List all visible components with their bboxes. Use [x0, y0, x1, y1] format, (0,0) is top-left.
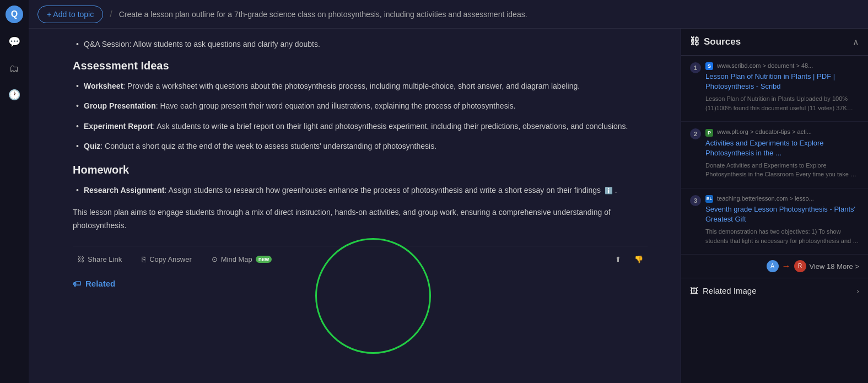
related-image-title: 🖼 Related Image: [690, 286, 757, 295]
copy-answer-label: Copy Answer: [149, 255, 192, 263]
source-meta-2: P www.plt.org > educator-tips > acti...: [705, 128, 859, 136]
arrow-icon: →: [782, 261, 791, 271]
main-content: Q&A Session: Allow students to ask quest…: [29, 29, 681, 383]
item-text: : Ask students to write a brief report o…: [153, 122, 628, 131]
add-topic-button[interactable]: + Add to topic: [37, 6, 103, 23]
source-title-3: Seventh grade Lesson Photosynthesis - Pl…: [705, 204, 859, 224]
related-label[interactable]: 🏷 Related: [73, 279, 648, 288]
source-number-2: 2: [690, 128, 701, 139]
list-item: Quiz: Conduct a short quiz at the end of…: [73, 140, 648, 152]
sources-link-icon: ⛓: [690, 36, 699, 47]
item-bold: Quiz: [84, 142, 100, 150]
mind-map-button[interactable]: ⊙ Mind Map new: [207, 253, 277, 266]
copy-icon: ⎘: [142, 255, 146, 263]
assessment-heading: Assessment Ideas: [73, 60, 648, 72]
item-bold: Experiment Report: [84, 122, 153, 131]
view-more-link[interactable]: View 18 More >: [810, 262, 859, 271]
related-image-section[interactable]: 🖼 Related Image ›: [681, 278, 868, 303]
topbar: + Add to topic / Create a lesson plan ou…: [29, 0, 868, 29]
thumbs-down-icon: 👎: [634, 255, 643, 263]
source-title-1: Lesson Plan of Nutrition in Plants | PDF…: [705, 72, 859, 91]
homework-heading: Homework: [73, 164, 648, 176]
copy-answer-button[interactable]: ⎘ Copy Answer: [137, 253, 196, 266]
source-item-2[interactable]: 2 P www.plt.org > educator-tips > acti..…: [681, 122, 868, 188]
avatar-1: A: [767, 260, 779, 272]
related-image-label: Related Image: [703, 286, 757, 295]
breadcrumb: Create a lesson plan outline for a 7th-g…: [119, 10, 527, 19]
source-number-1: 1: [690, 62, 701, 73]
summary-text: This lesson plan aims to engage students…: [73, 206, 648, 233]
source-meta-1: S www.scribd.com > document > 48...: [705, 62, 859, 70]
share-icon: ⛓: [77, 255, 84, 263]
item-bold: Research Assignment: [84, 186, 165, 195]
source-item-1[interactable]: 1 S www.scribd.com > document > 48... Le…: [681, 56, 868, 122]
action-bar: ⛓ Share Link ⎘ Copy Answer ⊙ Mind Map ne…: [73, 246, 648, 272]
list-item: Group Presentation: Have each group pres…: [73, 100, 648, 112]
sources-header: ⛓ Sources ∧: [681, 29, 868, 56]
folder-icon[interactable]: 🗂: [7, 61, 22, 76]
item-bold: Group Presentation: [84, 101, 156, 110]
export-button[interactable]: ⬆: [611, 253, 626, 266]
source-meta-3: BL teaching.betterlesson.com > lesso...: [705, 195, 859, 203]
list-item: Worksheet: Provide a worksheet with ques…: [73, 80, 648, 92]
item-bold: Worksheet: [84, 82, 123, 90]
action-icons-right: ⬆ 👎: [611, 253, 648, 266]
source-snippet-1: Lesson Plan of Nutrition in Plants Uploa…: [705, 94, 859, 112]
history-icon[interactable]: 🕐: [7, 87, 22, 103]
related-icon: 🏷: [73, 279, 81, 288]
related-section: 🏷 Related: [73, 279, 648, 288]
share-link-button[interactable]: ⛓ Share Link: [73, 253, 126, 266]
assessment-list: Worksheet: Provide a worksheet with ques…: [73, 80, 648, 153]
sources-collapse-button[interactable]: ∧: [853, 37, 859, 47]
chat-icon[interactable]: 💬: [7, 34, 22, 50]
chevron-right-icon: ›: [856, 287, 859, 295]
main-container: + Add to topic / Create a lesson plan ou…: [29, 0, 868, 383]
export-icon: ⬆: [615, 255, 621, 263]
mind-map-icon: ⊙: [212, 255, 218, 263]
new-badge: new: [256, 256, 272, 263]
thumbs-down-button[interactable]: 👎: [630, 253, 648, 266]
content-area: Q&A Session: Allow students to ask quest…: [29, 29, 868, 383]
view-more-row: A → R View 18 More >: [681, 255, 868, 278]
avatar-2: R: [794, 260, 806, 272]
item-text: : Have each group present their word equ…: [156, 101, 516, 110]
homework-list: Research Assignment: Assign students to …: [73, 184, 648, 196]
item-text: : Assign students to research how greenh…: [165, 186, 601, 195]
source-item-3[interactable]: 3 BL teaching.betterlesson.com > lesso..…: [681, 188, 868, 255]
list-item: Research Assignment: Assign students to …: [73, 184, 648, 196]
image-icon: 🖼: [690, 286, 698, 295]
breadcrumb-separator: /: [110, 9, 112, 19]
sidebar: Q 💬 🗂 🕐: [0, 0, 29, 383]
info-icon: ℹ️: [605, 187, 613, 195]
sources-label: Sources: [704, 36, 741, 47]
item-text: : Conduct a short quiz at the end of the…: [100, 142, 436, 150]
share-link-label: Share Link: [88, 255, 122, 263]
truncated-qa: Q&A Session: Allow students to ask quest…: [73, 40, 648, 48]
item-text: : Provide a worksheet with questions abo…: [123, 82, 580, 90]
mind-map-label: Mind Map: [221, 255, 252, 263]
source-title-2: Activities and Experiments to Explore Ph…: [705, 138, 859, 158]
right-panel: ⛓ Sources ∧ 1 S www.scribd.com > documen…: [681, 29, 868, 383]
sources-title: ⛓ Sources: [690, 36, 741, 47]
source-snippet-2: Donate Activities and Experiments to Exp…: [705, 161, 859, 179]
item-text: .: [615, 186, 617, 195]
list-item: Experiment Report: Ask students to write…: [73, 120, 648, 132]
source-number-3: 3: [690, 195, 701, 206]
logo-button[interactable]: Q: [6, 6, 23, 23]
source-snippet-3: This demonstration has two objectives: 1…: [705, 227, 859, 245]
related-text: Related: [85, 279, 115, 288]
